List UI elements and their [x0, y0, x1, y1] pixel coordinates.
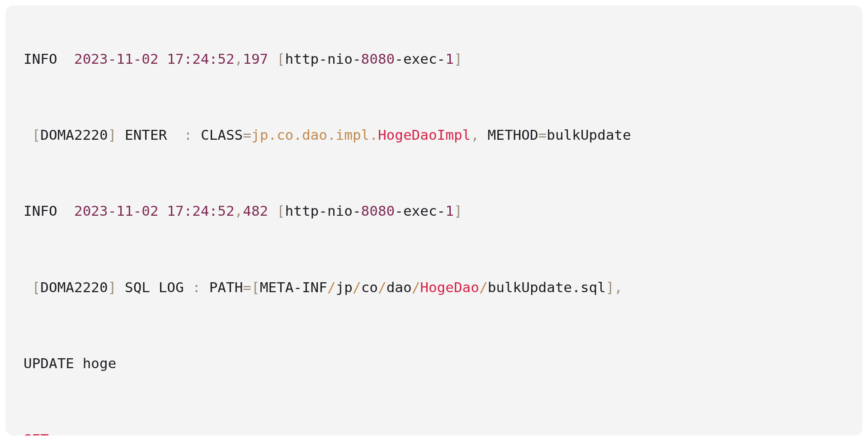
- doma-code: DOMA2220: [40, 279, 108, 295]
- log-line-1: INFO 2023-11-02 17:24:52,197 [http-nio-8…: [24, 33, 844, 85]
- space: [24, 127, 32, 143]
- sql-line-set: SET: [24, 413, 844, 436]
- equals: =: [538, 127, 547, 143]
- space: [24, 279, 32, 295]
- thread-port: 8080: [361, 51, 395, 67]
- timestamp: 2023-11-02 17:24:52: [74, 51, 235, 67]
- thread-port: 8080: [361, 203, 395, 219]
- path-seg: jp: [336, 279, 353, 295]
- enter-label: ENTER: [116, 127, 184, 143]
- log-level: INFO: [24, 51, 74, 67]
- slash: /: [378, 279, 387, 295]
- log-line-3: INFO 2023-11-02 17:24:52,482 [http-nio-8…: [24, 185, 844, 237]
- bracket-close: ]: [108, 127, 117, 143]
- path-seg: META-INF: [260, 279, 327, 295]
- sql-update: UPDATE hoge: [24, 355, 116, 371]
- path-seg: dao: [387, 279, 412, 295]
- slash: /: [412, 279, 420, 295]
- millis: 197: [243, 51, 268, 67]
- thread-text: http-nio-: [285, 203, 361, 219]
- bracket-close: ]: [108, 279, 117, 295]
- equals: =: [243, 279, 251, 295]
- bracket-open: [: [32, 279, 41, 295]
- bracket-open: [: [277, 203, 285, 219]
- thread-text: http-nio-: [285, 51, 361, 67]
- class-name: HogeDaoImpl: [378, 127, 471, 143]
- comma: ,: [235, 203, 243, 219]
- space: [268, 203, 277, 219]
- thread-num: 1: [445, 51, 454, 67]
- slash: /: [479, 279, 488, 295]
- bracket-close: ]: [454, 51, 462, 67]
- sql-line-update: UPDATE hoge: [24, 337, 844, 389]
- log-line-4: [DOMA2220] SQL LOG : PATH=[META-INF/jp/c…: [24, 261, 844, 313]
- sql-file: bulkUpdate.sql: [488, 279, 606, 295]
- doma-code: DOMA2220: [40, 127, 108, 143]
- path-seg: co: [361, 279, 378, 295]
- timestamp: 2023-11-02 17:24:52: [74, 203, 235, 219]
- path-label: PATH: [209, 279, 243, 295]
- bracket-open: [: [32, 127, 41, 143]
- slash: /: [327, 279, 336, 295]
- bracket-close: ]: [606, 279, 614, 295]
- slash: /: [353, 279, 361, 295]
- millis: 482: [243, 203, 268, 219]
- thread-text: -exec-: [395, 51, 445, 67]
- method-label: METHOD: [488, 127, 538, 143]
- thread-text: -exec-: [395, 203, 445, 219]
- equals: =: [243, 127, 251, 143]
- comma: ,: [471, 127, 487, 143]
- bracket-open: [: [277, 51, 285, 67]
- thread-num: 1: [445, 203, 454, 219]
- sql-log-label: SQL LOG: [116, 279, 192, 295]
- colon: :: [184, 127, 201, 143]
- log-level: INFO: [24, 203, 74, 219]
- colon: :: [192, 279, 209, 295]
- bracket-open: [: [251, 279, 260, 295]
- comma: ,: [614, 279, 623, 295]
- code-block: INFO 2023-11-02 17:24:52,197 [http-nio-8…: [5, 5, 863, 436]
- log-line-2: [DOMA2220] ENTER : CLASS=jp.co.dao.impl.…: [24, 109, 844, 161]
- dao-name: HogeDao: [420, 279, 479, 295]
- package-path: jp.co.dao.impl.: [251, 127, 378, 143]
- space: [268, 51, 277, 67]
- bracket-close: ]: [454, 203, 462, 219]
- comma: ,: [235, 51, 243, 67]
- sql-set: SET: [24, 431, 49, 436]
- method-name: bulkUpdate: [547, 127, 631, 143]
- class-label: CLASS: [201, 127, 243, 143]
